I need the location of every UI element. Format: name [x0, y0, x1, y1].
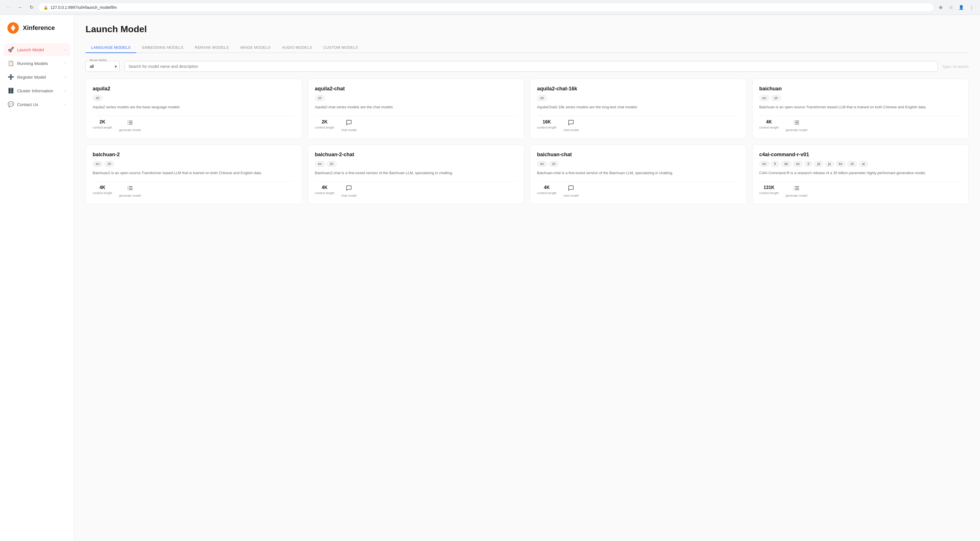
model-name: baichuan	[759, 86, 962, 92]
context-length-label: context length	[93, 126, 112, 129]
model-ability-select[interactable]: allchatgeneratevision	[86, 61, 120, 72]
model-name: aquila2-chat-16k	[537, 86, 740, 92]
model-description: Baichuan is an open-source Transformer b…	[759, 104, 962, 110]
model-tag: ko	[836, 161, 846, 167]
model-footer: 2K context length generate model	[93, 116, 295, 132]
model-card-baichuan-chat[interactable]: baichuan-chat enzh Baichuan-chat is a fi…	[530, 145, 746, 205]
context-length-stat: 2K context length	[315, 119, 335, 132]
browser-chrome: ← → ↻ 🔒 127.0.0.1:9997/ui/#/launch_model…	[0, 0, 980, 15]
model-description: Aquila2 series models are the base langu…	[93, 104, 295, 110]
ability-label: generate model	[119, 128, 141, 132]
model-tag: en	[759, 95, 769, 101]
sidebar-item-label: Running Models	[17, 61, 48, 66]
page-title: Launch Model	[86, 24, 969, 35]
model-tag: zh	[104, 161, 114, 167]
model-card-baichuan[interactable]: baichuan enzh Baichuan is an open-source…	[752, 79, 969, 139]
context-length-stat: 2K context length	[93, 119, 112, 132]
tab-image-models[interactable]: IMAGE MODELS	[235, 43, 276, 53]
context-length-value: 2K	[322, 119, 328, 124]
chat-icon	[568, 119, 574, 127]
model-tag: en	[537, 161, 547, 167]
context-length-value: 131K	[764, 185, 775, 190]
chat-icon	[346, 119, 352, 127]
model-tags: zh	[537, 95, 740, 101]
model-tag: fr	[771, 161, 780, 167]
chat-icon	[346, 185, 352, 193]
model-name: aquila2-chat	[315, 86, 517, 92]
model-tag: en	[759, 161, 769, 167]
model-name: c4ai-command-r-v01	[759, 152, 962, 158]
model-card-c4ai-command-r-v01[interactable]: c4ai-command-r-v01 enfrdeesitptjakozhar …	[752, 145, 969, 205]
chat-icon	[568, 185, 574, 193]
model-description: Baichuan2 is an open-source Transformer …	[93, 170, 295, 176]
model-name: baichuan-2-chat	[315, 152, 517, 158]
generate-icon	[127, 185, 133, 193]
model-name: baichuan-chat	[537, 152, 740, 158]
model-ability-label: Model Ability	[88, 59, 108, 62]
address-bar[interactable]: 🔒 127.0.0.1:9997/ui/#/launch_model/llm	[39, 3, 933, 11]
model-card-baichuan-2-chat[interactable]: baichuan-2-chat enzh Baichuan2-chat is a…	[308, 145, 525, 205]
model-tags: enfrdeesitptjakozhar	[759, 161, 962, 167]
sidebar-item-launch-model[interactable]: 🚀 Launch Model ›	[3, 43, 70, 56]
browser-actions: ⊕ ☆ 👤 ⋮	[937, 3, 975, 11]
back-button[interactable]: ←	[5, 3, 13, 11]
ability-label: chat model	[563, 194, 579, 197]
tab-language-models[interactable]: LANGUAGE MODELS	[86, 43, 136, 53]
model-tags: enzh	[93, 161, 295, 167]
translate-icon[interactable]: ⊕	[937, 3, 945, 11]
context-length-stat: 16K context length	[537, 119, 557, 132]
search-input[interactable]	[124, 61, 938, 72]
sidebar-icon-register-model: ➕	[8, 74, 14, 80]
context-length-value: 4K	[322, 185, 328, 190]
sidebar-item-left: 📋 Running Models	[8, 60, 48, 66]
model-description: C4AI Command-R is a research release of …	[759, 170, 962, 176]
profile-icon[interactable]: 👤	[957, 3, 965, 11]
model-tag: es	[793, 161, 803, 167]
model-tag: zh	[315, 95, 325, 101]
ability-label: generate model	[119, 194, 141, 197]
app-container: Xinference 🚀 Launch Model › 📋 Running Mo…	[0, 15, 980, 541]
sidebar-icon-cluster-information: 🗄️	[8, 88, 14, 94]
model-card-aquila2-chat-16k[interactable]: aquila2-chat-16k zh AquilaChat2-16k seri…	[530, 79, 746, 139]
forward-button[interactable]: →	[16, 3, 24, 11]
model-footer: 16K context length chat model	[537, 116, 740, 132]
model-card-baichuan-2[interactable]: baichuan-2 enzh Baichuan2 is an open-sou…	[86, 145, 302, 205]
model-footer: 131K context length generate model	[759, 181, 962, 197]
model-tag: ja	[825, 161, 834, 167]
sidebar-item-cluster-information[interactable]: 🗄️ Cluster Information ›	[3, 84, 70, 97]
sidebar-item-running-models[interactable]: 📋 Running Models ›	[3, 57, 70, 70]
context-length-value: 4K	[99, 185, 105, 190]
context-length-label: context length	[93, 191, 112, 195]
ability-stat: chat model	[341, 185, 356, 197]
ability-stat: generate model	[786, 185, 807, 197]
model-tag: zh	[549, 161, 559, 167]
reload-button[interactable]: ↻	[27, 3, 35, 11]
sidebar-item-left: ➕ Register Model	[8, 74, 46, 80]
ability-label: chat model	[341, 194, 356, 197]
model-card-aquila2[interactable]: aquila2 zh Aquila2 series models are the…	[86, 79, 302, 139]
model-footer: 4K context length chat model	[315, 181, 517, 197]
sidebar-item-contact-us[interactable]: 💬 Contact Us ›	[3, 98, 70, 111]
context-length-label: context length	[315, 191, 335, 195]
bookmark-icon[interactable]: ☆	[947, 3, 955, 11]
sidebar-item-register-model[interactable]: ➕ Register Model ›	[3, 71, 70, 83]
sidebar-item-label: Launch Model	[17, 47, 44, 52]
tabs-bar: LANGUAGE MODELSEMBEDDING MODELSRERANK MO…	[86, 43, 969, 53]
ability-label: generate model	[786, 128, 807, 132]
tab-audio-models[interactable]: AUDIO MODELS	[276, 43, 318, 53]
generate-icon	[793, 119, 800, 127]
context-length-label: context length	[315, 126, 335, 129]
tab-rerank-models[interactable]: RERANK MODELS	[189, 43, 235, 53]
generate-icon	[793, 185, 800, 193]
ability-stat: generate model	[786, 119, 807, 132]
model-tag: pt	[814, 161, 823, 167]
tab-custom-models[interactable]: CUSTOM MODELS	[318, 43, 364, 53]
model-card-aquila2-chat[interactable]: aquila2-chat zh Aquila2-chat series mode…	[308, 79, 525, 139]
generate-icon	[127, 119, 133, 127]
model-description: Aquila2-chat series models are the chat …	[315, 104, 517, 110]
tab-embedding-models[interactable]: EMBEDDING MODELS	[136, 43, 189, 53]
model-ability-wrapper: Model Ability allchatgeneratevision ▾	[86, 61, 120, 72]
search-hint: Type / to search	[942, 64, 969, 69]
model-tags: enzh	[759, 95, 962, 101]
menu-icon[interactable]: ⋮	[967, 3, 975, 11]
